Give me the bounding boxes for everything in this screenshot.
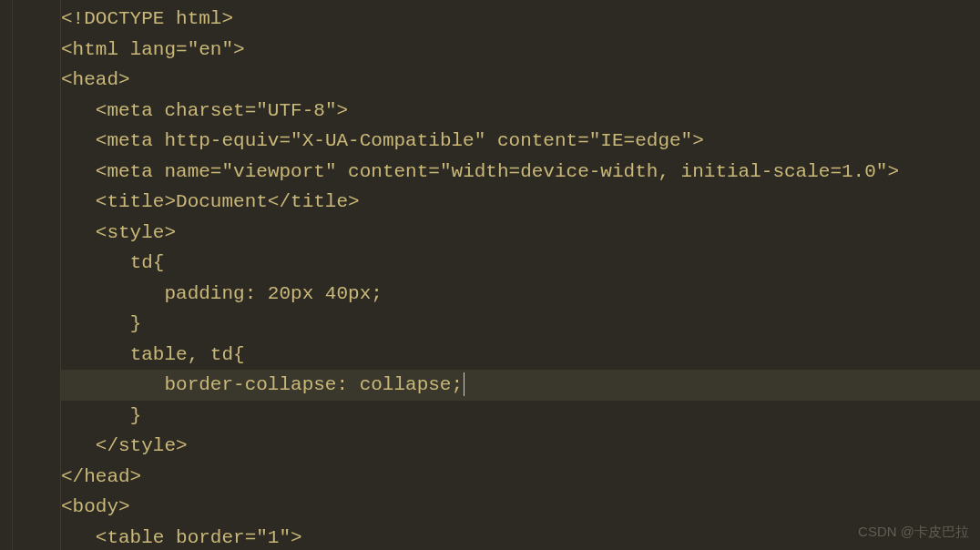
indent — [61, 191, 96, 212]
code-token: "IE=edge" — [589, 130, 692, 151]
code-token: html — [176, 8, 221, 29]
code-token: border — [176, 527, 245, 548]
code-token: = — [210, 161, 222, 182]
indent — [61, 344, 130, 365]
indent — [61, 527, 96, 548]
code-area[interactable]: <!DOCTYPE html><html lang="en"><head> <m… — [61, 0, 980, 550]
code-token: "1" — [256, 527, 291, 548]
code-token: </title> — [268, 191, 360, 212]
indent — [61, 252, 130, 273]
code-token: > — [221, 8, 233, 29]
code-token: Document — [176, 191, 268, 212]
code-token: padding: 20px 40px; — [164, 283, 382, 304]
code-line[interactable]: table, td{ — [61, 340, 980, 371]
code-line[interactable]: <style> — [61, 218, 980, 249]
code-line[interactable]: <!DOCTYPE html> — [61, 4, 980, 35]
code-token: "viewport" — [221, 161, 336, 182]
code-token: <style> — [96, 222, 176, 243]
code-token: content — [348, 161, 428, 182]
code-token: > — [887, 161, 899, 182]
code-line[interactable]: td{ — [61, 248, 980, 279]
code-token — [485, 130, 497, 151]
code-token: } — [130, 313, 142, 334]
indent — [61, 161, 96, 182]
indent — [61, 405, 130, 426]
indent — [61, 435, 96, 456]
code-line[interactable]: <meta charset="UTF-8"> — [61, 96, 980, 127]
code-line[interactable]: <head> — [61, 65, 980, 96]
code-token: </style> — [96, 435, 188, 456]
code-token: lang — [130, 39, 176, 60]
code-token: http-equiv — [164, 130, 279, 151]
code-token: <body> — [61, 496, 130, 517]
line-number-gutter — [0, 0, 13, 550]
code-line[interactable]: <meta http-equiv="X-UA-Compatible" conte… — [61, 126, 980, 157]
code-token: content — [497, 130, 577, 151]
indent — [61, 100, 96, 121]
code-token: "UTF-8" — [256, 100, 336, 121]
code-token: name — [164, 161, 209, 182]
code-token: = — [176, 39, 188, 60]
code-token: > — [291, 527, 302, 548]
code-token: = — [245, 527, 257, 548]
text-cursor — [464, 372, 464, 396]
code-token: </head> — [61, 466, 141, 487]
code-line[interactable]: <body> — [61, 492, 980, 523]
watermark: CSDN @卡皮巴拉 — [858, 521, 969, 543]
code-token: > — [692, 130, 704, 151]
code-token: <title> — [96, 191, 176, 212]
code-token: "en" — [188, 39, 233, 60]
code-token: <meta — [96, 100, 165, 121]
code-line[interactable]: padding: 20px 40px; — [61, 279, 980, 310]
code-line[interactable]: </head> — [61, 462, 980, 493]
indent — [61, 374, 164, 395]
code-line[interactable]: <table border="1"> — [61, 523, 980, 551]
indent — [61, 222, 96, 243]
code-line[interactable]: } — [61, 309, 980, 340]
code-token: "width=device-width, initial-scale=1.0" — [440, 161, 887, 182]
indent — [61, 283, 164, 304]
code-line[interactable]: border-collapse: collapse; — [61, 370, 980, 401]
code-line[interactable]: <meta name="viewport" content="width=dev… — [61, 157, 980, 188]
code-token: <html — [61, 39, 130, 60]
code-line[interactable]: <html lang="en"> — [61, 35, 980, 66]
code-token: <meta — [96, 130, 165, 151]
code-editor[interactable]: <!DOCTYPE html><html lang="en"><head> <m… — [0, 0, 980, 550]
code-token: <table — [96, 527, 176, 548]
code-token: = — [428, 161, 440, 182]
fold-gutter — [13, 0, 61, 550]
code-token: } — [130, 405, 142, 426]
code-line[interactable]: </style> — [61, 431, 980, 462]
code-token — [337, 161, 349, 182]
indent — [61, 130, 96, 151]
code-token: border-collapse: collapse; — [164, 374, 463, 395]
code-token: > — [233, 39, 245, 60]
code-token: <head> — [61, 69, 130, 90]
code-token: = — [577, 130, 589, 151]
code-token: charset — [164, 100, 244, 121]
code-line[interactable]: } — [61, 401, 980, 432]
code-token: <meta — [96, 161, 165, 182]
code-token: table, td{ — [130, 344, 245, 365]
code-token: "X-UA-Compatible" — [291, 130, 485, 151]
code-token: td{ — [130, 252, 165, 273]
indent — [61, 313, 130, 334]
code-line[interactable]: <title>Document</title> — [61, 187, 980, 218]
code-token: = — [279, 130, 291, 151]
code-token: = — [245, 100, 257, 121]
code-token: <!DOCTYPE — [61, 8, 176, 29]
code-token: > — [336, 100, 348, 121]
